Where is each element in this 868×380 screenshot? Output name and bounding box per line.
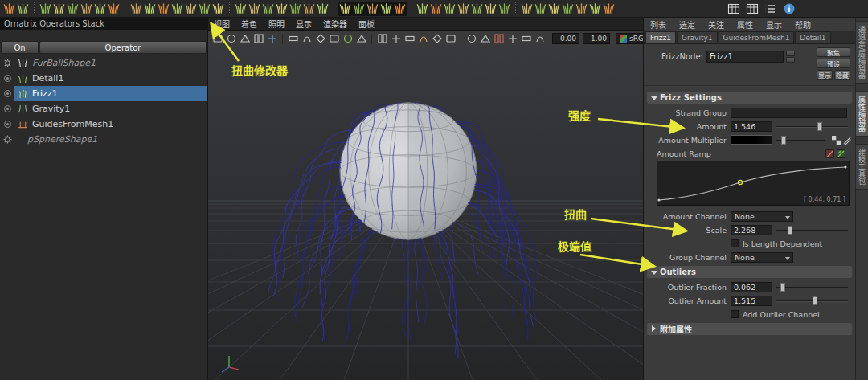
viewport-toolbar-icon[interactable] bbox=[287, 33, 299, 45]
menu-selected[interactable]: 选定 bbox=[673, 18, 702, 31]
hair-tool-icon[interactable] bbox=[443, 2, 457, 16]
hair-tool-icon[interactable] bbox=[16, 2, 30, 16]
hair-tool-icon[interactable] bbox=[484, 2, 497, 16]
outlier-amount-field[interactable]: 1.515 bbox=[731, 296, 772, 306]
node-swatch-icon[interactable] bbox=[786, 51, 795, 63]
sidebar-tab-channelbox[interactable]: 通道盒/层编辑器 bbox=[855, 21, 868, 84]
amount-field[interactable]: 1.546 bbox=[731, 121, 772, 132]
viewport-toolbar-icon[interactable] bbox=[211, 33, 223, 45]
column-header-operator[interactable]: Operator bbox=[39, 41, 207, 54]
operator-row-gravity[interactable]: Gravity1 bbox=[0, 101, 207, 116]
edit-pen-icon[interactable] bbox=[842, 135, 852, 145]
grid-icon[interactable] bbox=[727, 2, 741, 16]
viewport-toolbar-icon[interactable] bbox=[376, 33, 388, 45]
viewport-toolbar-icon[interactable] bbox=[431, 33, 443, 45]
viewport-toolbar-icon[interactable] bbox=[534, 33, 546, 45]
tab-gravity1[interactable]: Gravity1 bbox=[677, 31, 718, 43]
amount-multiplier-slider[interactable] bbox=[776, 135, 825, 145]
operator-row-frizz-selected[interactable]: Frizz1 bbox=[0, 86, 207, 101]
hair-tool-icon[interactable] bbox=[429, 2, 443, 16]
grid-icon[interactable] bbox=[745, 2, 760, 16]
operator-toggle[interactable] bbox=[0, 105, 14, 112]
menu-renderer[interactable]: 渲染器 bbox=[317, 18, 353, 30]
section-extra-attributes[interactable]: 附加属性 bbox=[647, 323, 852, 335]
hair-tool-icon[interactable] bbox=[93, 2, 107, 16]
focus-button[interactable]: 聚焦 bbox=[817, 47, 850, 57]
viewport-toolbar-icon[interactable] bbox=[314, 33, 326, 45]
outlier-amount-slider[interactable] bbox=[776, 296, 848, 306]
amount-channel-dropdown[interactable]: None bbox=[731, 211, 793, 222]
hair-tool-icon[interactable] bbox=[379, 2, 393, 16]
hair-tool-icon[interactable] bbox=[170, 2, 184, 16]
operator-toggle[interactable] bbox=[0, 121, 14, 128]
tab-frizz1[interactable]: Frizz1 bbox=[645, 31, 676, 43]
hide-button[interactable]: 隐藏 bbox=[834, 70, 850, 80]
section-outliers[interactable]: Outliers bbox=[647, 266, 852, 278]
menu-view[interactable]: 视图 bbox=[208, 18, 235, 30]
hair-tool-icon[interactable] bbox=[289, 2, 302, 16]
gamma-field[interactable]: 1.00 bbox=[583, 33, 610, 44]
hair-tool-icon[interactable] bbox=[520, 2, 534, 16]
viewport-toolbar-icon[interactable] bbox=[493, 33, 505, 45]
hair-tool-icon[interactable] bbox=[575, 2, 588, 16]
hair-tool-icon[interactable] bbox=[143, 2, 157, 16]
info-icon[interactable] bbox=[782, 2, 796, 16]
viewport-toolbar-icon[interactable] bbox=[479, 33, 491, 45]
hair-tool-icon[interactable] bbox=[547, 2, 561, 16]
outlier-fraction-field[interactable]: 0.062 bbox=[731, 282, 772, 292]
scale-slider[interactable] bbox=[776, 225, 848, 235]
menu-show[interactable]: 显示 bbox=[760, 18, 788, 31]
hair-tool-icon[interactable] bbox=[366, 2, 379, 16]
viewport-toolbar-icon[interactable] bbox=[403, 33, 416, 45]
viewport-toolbar-icon[interactable] bbox=[520, 33, 532, 45]
hair-tool-icon[interactable] bbox=[198, 2, 211, 16]
hair-tool-icon[interactable] bbox=[2, 2, 16, 16]
operator-row-guidesfrommesh[interactable]: GuidesFromMesh1 bbox=[0, 116, 207, 132]
hair-tool-icon[interactable] bbox=[248, 2, 261, 16]
map-checker-icon[interactable] bbox=[831, 135, 841, 145]
is-length-dependent-checkbox[interactable] bbox=[731, 239, 739, 247]
operator-row-detail[interactable]: Detail1 bbox=[0, 71, 207, 86]
viewport-toolbar-icon[interactable] bbox=[239, 33, 251, 45]
ramp-curves-icon[interactable] bbox=[837, 149, 845, 158]
hair-tool-icon[interactable] bbox=[129, 2, 143, 16]
ramp-preset-icon[interactable] bbox=[825, 149, 834, 158]
hair-tool-icon[interactable] bbox=[338, 2, 352, 16]
viewport-toolbar-icon[interactable] bbox=[465, 33, 477, 45]
hair-tool-icon[interactable] bbox=[234, 2, 248, 16]
operator-toggle[interactable] bbox=[0, 90, 14, 97]
viewport-toolbar-icon[interactable] bbox=[301, 33, 313, 45]
hair-tool-icon[interactable] bbox=[602, 2, 616, 16]
hair-tool-icon[interactable] bbox=[66, 2, 80, 16]
menu-focus[interactable]: 关注 bbox=[702, 18, 731, 31]
presets-button[interactable]: 预设 bbox=[817, 59, 850, 68]
section-frizz-settings[interactable]: Frizz Settings bbox=[647, 92, 852, 104]
list-icon[interactable] bbox=[764, 2, 778, 16]
operator-row-furballshape[interactable]: FurBallShape1 bbox=[0, 55, 207, 71]
viewport-toolbar-icon[interactable] bbox=[506, 33, 518, 45]
hair-tool-icon[interactable] bbox=[302, 2, 316, 16]
viewport-toolbar-icon[interactable] bbox=[390, 33, 402, 45]
menu-show[interactable]: 显示 bbox=[290, 18, 317, 30]
viewport-3d[interactable] bbox=[208, 47, 643, 380]
viewport-toolbar-icon[interactable] bbox=[266, 33, 278, 45]
tab-guidesfrommesh1[interactable]: GuidesFromMesh1 bbox=[719, 31, 795, 43]
hair-tool-icon[interactable] bbox=[416, 2, 429, 16]
amount-slider[interactable] bbox=[776, 121, 848, 132]
hair-tool-icon[interactable] bbox=[497, 2, 511, 16]
amount-ramp-widget[interactable]: [ 0.44, 0.71 ] bbox=[657, 161, 850, 206]
hair-tool-icon[interactable] bbox=[393, 2, 407, 16]
hair-tool-icon[interactable] bbox=[52, 2, 66, 16]
add-outlier-channel-checkbox[interactable] bbox=[731, 310, 739, 318]
hair-tool-icon[interactable] bbox=[261, 2, 275, 16]
hair-tool-icon[interactable] bbox=[157, 2, 170, 16]
group-channel-dropdown[interactable]: None bbox=[731, 252, 793, 263]
viewport-toolbar-icon[interactable] bbox=[444, 33, 457, 45]
viewport-toolbar-icon[interactable] bbox=[328, 33, 340, 45]
hair-tool-icon[interactable] bbox=[211, 2, 225, 16]
menu-attributes[interactable]: 属性 bbox=[731, 18, 760, 31]
node-name-field[interactable]: Frizz1 bbox=[706, 51, 784, 63]
hair-tool-icon[interactable] bbox=[588, 2, 602, 16]
hair-tool-icon[interactable] bbox=[80, 2, 93, 16]
operator-row-psphereshape[interactable]: pSphereShape1 bbox=[0, 132, 207, 147]
